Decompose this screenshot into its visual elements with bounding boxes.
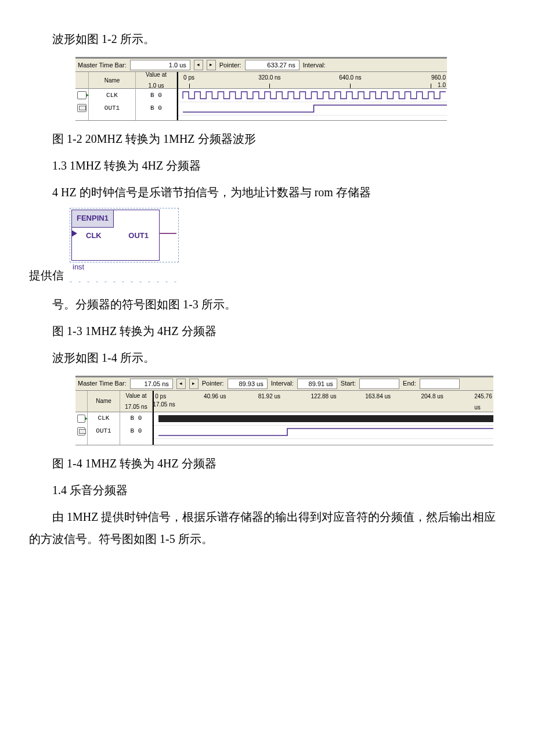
- paragraph: 4 HZ 的时钟信号是乐谱节拍信号，为地址计数器与 rom 存储器: [29, 181, 505, 203]
- port-label-out1: OUT1: [128, 229, 149, 243]
- paragraph-fragment: 提供信: [29, 264, 64, 286]
- figure-1-2: Master Time Bar: 1.0 us ◂ ▸ Pointer: 633…: [75, 57, 505, 121]
- time-ruler: 0 ps 320.0 ns 640.0 ns 960.0 1.0: [178, 72, 447, 89]
- waveform-viewer: Master Time Bar: 1.0 us ◂ ▸ Pointer: 633…: [75, 57, 447, 121]
- input-pin-icon: [77, 415, 85, 423]
- waveform-viewer: Master Time Bar: 17.05 ns ◂ ▸ Pointer: 8…: [75, 376, 493, 445]
- signal-value: B 0: [136, 102, 176, 114]
- output-pin-icon: [77, 104, 86, 112]
- end-field[interactable]: [420, 379, 460, 389]
- signal-value: B 0: [120, 425, 152, 438]
- signal-value: B 0: [120, 412, 152, 425]
- signal-name[interactable]: OUT1: [88, 425, 120, 438]
- section-heading: 1.3 1MHZ 转换为 4HZ 分频器: [29, 154, 505, 177]
- interval-label: Interval:: [271, 377, 294, 390]
- signal-name[interactable]: CLK: [88, 412, 120, 425]
- start-field[interactable]: [359, 379, 399, 389]
- instance-label: inst: [73, 260, 84, 275]
- input-pin-icon: [77, 91, 86, 99]
- master-time-bar-field[interactable]: 17.05 ns: [130, 379, 173, 389]
- master-time-bar-label: Master Time Bar:: [78, 59, 127, 71]
- signal-name[interactable]: OUT1: [89, 102, 135, 114]
- figure-caption: 图 1-4 1MHZ 转换为 4HZ 分频器: [29, 452, 505, 474]
- paragraph: 由 1MHZ 提供时钟信号，根据乐谱存储器的输出得到对应音符的分频值，然后输出相…: [29, 506, 505, 550]
- clock-port-icon: [71, 230, 77, 237]
- selection-dashes: - - - - - - - - - - - - -: [70, 275, 179, 289]
- value-column-header: Value at: [146, 69, 167, 80]
- waveform-toolbar: Master Time Bar: 17.05 ns ◂ ▸ Pointer: 8…: [75, 377, 493, 391]
- waveform-toolbar: Master Time Bar: 1.0 us ◂ ▸ Pointer: 633…: [75, 59, 447, 72]
- pointer-label: Pointer:: [202, 377, 224, 390]
- master-time-bar-label: Master Time Bar:: [78, 377, 127, 390]
- figure-1-4: Master Time Bar: 17.05 ns ◂ ▸ Pointer: 8…: [75, 376, 505, 445]
- pointer-field[interactable]: 89.93 us: [228, 379, 268, 389]
- step-right-button[interactable]: ▸: [189, 379, 199, 389]
- name-column-header: Name: [88, 391, 120, 412]
- pointer-label: Pointer:: [219, 59, 241, 71]
- paragraph: 波形如图 1-4 所示。: [29, 347, 505, 369]
- waveform-lane-out1: [178, 102, 447, 116]
- waveform-plot[interactable]: 0 ps 40.96 us 81.92 us 122.88 us 163.84 …: [154, 391, 493, 445]
- paragraph: 波形如图 1-2 所示。: [29, 28, 505, 50]
- step-left-button[interactable]: ◂: [194, 60, 203, 70]
- value-column-time: 17.05 ns: [125, 401, 147, 412]
- waveform-lane-clk: [178, 89, 447, 102]
- step-left-button[interactable]: ◂: [176, 379, 186, 389]
- output-wire: [159, 233, 176, 234]
- waveform-lane-clk: [154, 412, 493, 426]
- signal-value: B 0: [136, 89, 176, 102]
- interval-field[interactable]: 89.91 us: [297, 379, 337, 389]
- paragraph: 号。分频器的符号图如图 1-3 所示。: [29, 293, 505, 315]
- name-column-header: Name: [89, 72, 135, 89]
- value-column-header: Value at: [126, 390, 147, 401]
- port-label-clk: CLK: [86, 229, 102, 243]
- waveform-plot[interactable]: 0 ps 320.0 ns 640.0 ns 960.0 1.0: [178, 72, 447, 120]
- figure-caption: 图 1-2 20MHZ 转换为 1MHZ 分频器波形: [29, 128, 505, 150]
- pointer-field[interactable]: 633.27 ns: [245, 60, 300, 70]
- section-heading: 1.4 乐音分频器: [29, 479, 505, 501]
- end-label: End:: [403, 377, 416, 390]
- figure-1-3: FENPIN1 CLK OUT1 inst - - - - - - - - - …: [70, 208, 179, 289]
- output-pin-icon: [77, 427, 85, 435]
- block-diagram: FENPIN1 CLK OUT1 inst: [70, 208, 179, 262]
- signal-name[interactable]: CLK: [89, 89, 135, 102]
- step-right-button[interactable]: ▸: [207, 60, 216, 70]
- interval-label: Interval:: [303, 59, 326, 71]
- waveform-lane-out1: [154, 426, 493, 439]
- figure-caption: 图 1-3 1MHZ 转换为 4HZ 分频器: [29, 320, 505, 342]
- block-title: FENPIN1: [71, 210, 114, 228]
- time-ruler: 0 ps 40.96 us 81.92 us 122.88 us 163.84 …: [154, 391, 493, 412]
- start-label: Start:: [341, 377, 356, 390]
